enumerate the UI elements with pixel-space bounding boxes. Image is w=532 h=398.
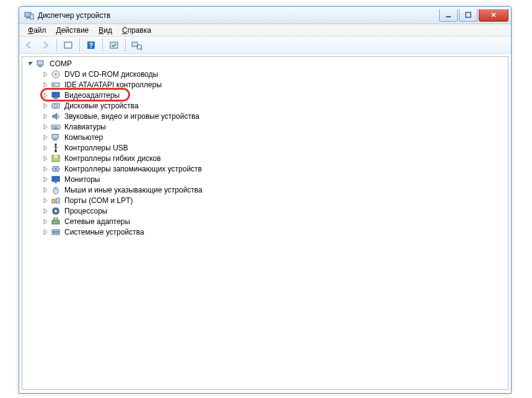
- floppyctrl-icon: [51, 154, 61, 163]
- close-button[interactable]: [479, 9, 508, 22]
- svg-point-29: [55, 150, 57, 152]
- svg-rect-30: [55, 144, 57, 145]
- expand-collapse-icon[interactable]: [27, 60, 35, 67]
- expand-collapse-icon[interactable]: [42, 134, 50, 141]
- tree-item-label: Звуковые, видео и игровые устройства: [63, 112, 201, 121]
- tree-item[interactable]: Контроллеры гибких дисков: [25, 153, 505, 163]
- tree-item[interactable]: Мыши и иные указывающие устройства: [25, 184, 505, 195]
- tree-item[interactable]: Видеоадаптеры: [25, 90, 505, 100]
- menubar: Файл Действие Вид Справка: [19, 24, 511, 37]
- tree-item[interactable]: Порты (COM и LPT): [25, 195, 505, 205]
- tree-item-label: Мониторы: [63, 175, 101, 184]
- tree-item-label: Видеоадаптеры: [63, 91, 121, 100]
- expand-collapse-icon[interactable]: [42, 71, 50, 78]
- minimize-button[interactable]: [439, 9, 458, 22]
- toolbar-forward-button[interactable]: [38, 38, 53, 52]
- usb-icon: [51, 143, 61, 153]
- tree-item[interactable]: Системные устройства: [25, 227, 505, 237]
- svg-rect-23: [53, 126, 54, 128]
- tree-root[interactable]: COMP: [25, 58, 505, 69]
- tree-item[interactable]: IDE ATA/ATAPI контроллеры: [25, 79, 505, 90]
- svg-rect-10: [132, 42, 137, 46]
- svg-rect-46: [56, 232, 59, 233]
- computer-icon: [51, 132, 61, 142]
- expand-collapse-icon[interactable]: [42, 92, 50, 99]
- expand-collapse-icon[interactable]: [42, 155, 50, 162]
- tree-item[interactable]: Контроллеры запоминающих устройств: [25, 163, 505, 174]
- ports-icon: [51, 196, 61, 205]
- toolbar-separator: [102, 39, 103, 51]
- expand-collapse-icon[interactable]: [42, 81, 50, 89]
- svg-rect-6: [66, 43, 71, 47]
- tree-item[interactable]: Сетевые адаптеры: [25, 216, 505, 227]
- expand-collapse-icon[interactable]: [42, 218, 50, 225]
- tree-item-label: Клавиатуры: [63, 123, 107, 131]
- toolbar-separator: [125, 39, 126, 51]
- titlebar[interactable]: Диспетчер устройств: [19, 7, 511, 24]
- svg-text:?: ?: [89, 41, 94, 49]
- expand-collapse-icon[interactable]: [42, 165, 50, 173]
- tree-item[interactable]: Контроллеры USB: [25, 142, 505, 153]
- toolbar-back-button[interactable]: [22, 38, 37, 52]
- toolbar-show-hidden-button[interactable]: [61, 38, 76, 52]
- menu-file[interactable]: Файл: [23, 25, 51, 36]
- tree-item[interactable]: Дисковые устройства: [25, 100, 505, 111]
- expand-collapse-icon[interactable]: [42, 176, 50, 183]
- expand-collapse-icon[interactable]: [42, 123, 50, 131]
- tree-item[interactable]: Процессоры: [25, 205, 505, 216]
- svg-rect-38: [56, 198, 59, 203]
- menu-action[interactable]: Действие: [51, 25, 94, 36]
- device-manager-window: Диспетчер устройств Файл Действие Вид Сп…: [19, 6, 512, 394]
- ide-icon: [51, 80, 61, 90]
- expand-collapse-icon[interactable]: [42, 113, 50, 120]
- svg-rect-24: [55, 126, 56, 128]
- expand-collapse-icon[interactable]: [42, 144, 50, 152]
- toolbar-separator: [79, 39, 80, 51]
- tree-item-label: DVD и CD-ROM дисководы: [63, 70, 159, 79]
- expand-collapse-icon[interactable]: [42, 102, 50, 110]
- svg-rect-12: [37, 61, 43, 65]
- svg-point-11: [137, 45, 142, 49]
- expand-collapse-icon[interactable]: [42, 228, 50, 236]
- expand-collapse-icon[interactable]: [42, 207, 50, 215]
- menu-help[interactable]: Справка: [117, 25, 156, 36]
- maximize-button[interactable]: [459, 9, 477, 22]
- display-icon: [51, 90, 61, 100]
- tree-item-label: Сетевые адаптеры: [63, 217, 131, 226]
- svg-rect-18: [52, 92, 59, 97]
- toolbar-help-button[interactable]: ?: [84, 38, 98, 52]
- tree-item[interactable]: DVD и CD-ROM дисководы: [25, 69, 505, 79]
- svg-point-21: [55, 104, 58, 107]
- svg-rect-44: [53, 231, 55, 233]
- svg-rect-19: [54, 98, 58, 99]
- svg-rect-13: [38, 66, 42, 67]
- svg-rect-17: [53, 84, 55, 85]
- svg-rect-3: [446, 16, 451, 17]
- svg-rect-34: [52, 176, 59, 181]
- svg-rect-43: [52, 230, 59, 235]
- tree-item-label: Процессоры: [63, 207, 109, 215]
- expand-collapse-icon[interactable]: [42, 197, 50, 204]
- menu-view[interactable]: Вид: [94, 25, 117, 36]
- tree-item[interactable]: Звуковые, видео и игровые устройства: [25, 111, 505, 121]
- app-icon: [24, 11, 34, 20]
- tree-root-label: COMP: [48, 59, 73, 68]
- tree-item[interactable]: Клавиатуры: [25, 121, 505, 132]
- svg-rect-35: [55, 182, 57, 183]
- sound-icon: [51, 111, 61, 121]
- tree-item[interactable]: Мониторы: [25, 174, 505, 184]
- device-tree-panel[interactable]: COMPDVD и CD-ROM дисководыIDE ATA/ATAPI …: [22, 56, 508, 390]
- tree-item-label: Контроллеры гибких дисков: [63, 154, 162, 163]
- svg-point-33: [55, 168, 57, 170]
- monitor-icon: [51, 175, 61, 184]
- tree-item-label: Контроллеры запоминающих устройств: [63, 165, 203, 173]
- toolbar-scan-button[interactable]: [129, 38, 144, 52]
- svg-rect-28: [53, 139, 57, 141]
- mouse-icon: [51, 185, 61, 195]
- svg-rect-42: [54, 218, 58, 220]
- svg-rect-45: [56, 231, 59, 232]
- system-icon: [51, 227, 61, 237]
- toolbar-refresh-button[interactable]: [107, 38, 121, 52]
- tree-item[interactable]: Компьютер: [25, 132, 505, 142]
- expand-collapse-icon[interactable]: [42, 186, 50, 194]
